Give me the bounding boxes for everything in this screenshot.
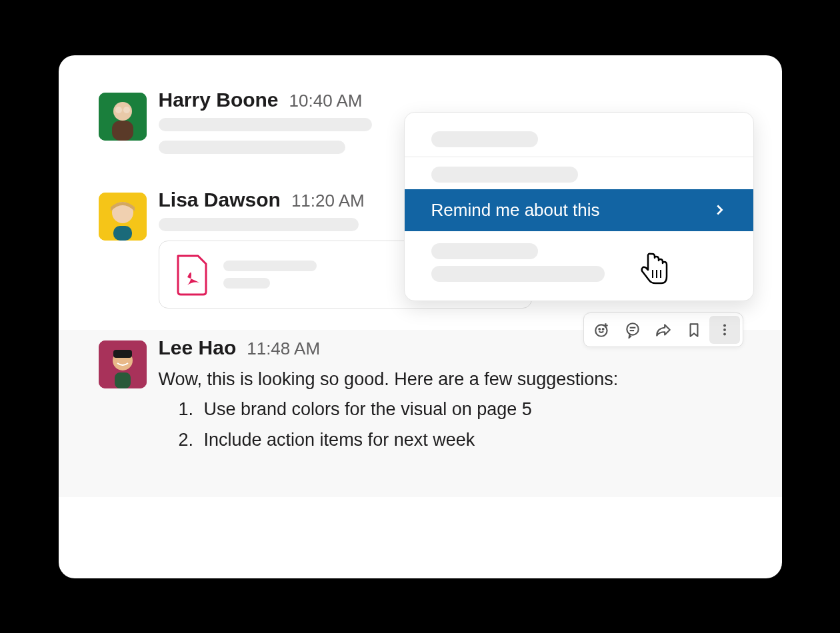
remind-me-menu-item[interactable]: Remind me about this xyxy=(405,189,753,231)
share-button[interactable] xyxy=(648,316,679,344)
text-placeholder xyxy=(159,141,345,154)
list-item: Use brand colors for the visual on page … xyxy=(199,396,742,424)
svg-point-14 xyxy=(723,324,726,326)
svg-point-16 xyxy=(723,332,726,335)
avatar[interactable] xyxy=(99,340,147,388)
text-placeholder xyxy=(159,218,359,231)
message-hover-toolbar xyxy=(583,313,743,347)
start-thread-button[interactable] xyxy=(617,316,648,344)
author-name[interactable]: Lisa Dawson xyxy=(159,189,281,211)
svg-point-15 xyxy=(723,328,726,331)
svg-rect-7 xyxy=(113,226,132,241)
svg-rect-20 xyxy=(115,372,131,388)
text-placeholder xyxy=(223,261,317,271)
svg-point-11 xyxy=(627,323,638,334)
text-placeholder xyxy=(159,118,372,131)
message-body: Lee Hao 11:48 AM Wow, this is looking so… xyxy=(159,336,742,458)
svg-point-10 xyxy=(602,328,603,330)
message-text-line: Wow, this is looking so good. Here are a… xyxy=(159,369,619,389)
menu-divider xyxy=(405,157,753,157)
menu-item-placeholder[interactable] xyxy=(431,266,605,282)
avatar[interactable] xyxy=(99,193,147,241)
message-list: Use brand colors for the visual on page … xyxy=(159,396,742,454)
message-context-menu: Remind me about this xyxy=(404,112,754,301)
author-name[interactable]: Lee Hao xyxy=(159,336,237,359)
chevron-right-icon xyxy=(712,203,727,217)
add-reaction-button[interactable] xyxy=(587,316,617,344)
more-actions-button[interactable] xyxy=(709,316,740,344)
text-placeholder xyxy=(223,278,270,289)
menu-item-label: Remind me about this xyxy=(431,200,600,221)
avatar[interactable] xyxy=(99,93,147,141)
message-time: 11:20 AM xyxy=(291,191,365,211)
svg-point-9 xyxy=(599,328,600,330)
message-time: 11:48 AM xyxy=(247,338,320,359)
svg-rect-2 xyxy=(112,121,133,141)
menu-item-placeholder[interactable] xyxy=(431,243,538,259)
list-item: Include action items for next week xyxy=(199,426,742,454)
svg-point-3 xyxy=(115,107,122,113)
chat-window: Harry Boone 10:40 AM Lisa Dawson 11:20 A… xyxy=(59,55,782,578)
menu-item-placeholder[interactable] xyxy=(431,167,578,183)
message-time: 10:40 AM xyxy=(289,91,363,111)
file-meta xyxy=(223,261,317,289)
author-name[interactable]: Harry Boone xyxy=(159,89,279,111)
message-text: Wow, this is looking so good. Here are a… xyxy=(159,366,742,455)
pdf-icon xyxy=(174,253,209,296)
bookmark-button[interactable] xyxy=(679,316,709,344)
svg-point-4 xyxy=(123,107,130,113)
svg-rect-19 xyxy=(113,350,132,358)
message-header: Harry Boone 10:40 AM xyxy=(159,89,742,111)
menu-item-placeholder[interactable] xyxy=(431,131,538,147)
message: Lee Hao 11:48 AM Wow, this is looking so… xyxy=(59,330,782,498)
cursor-pointer-icon xyxy=(639,250,672,287)
